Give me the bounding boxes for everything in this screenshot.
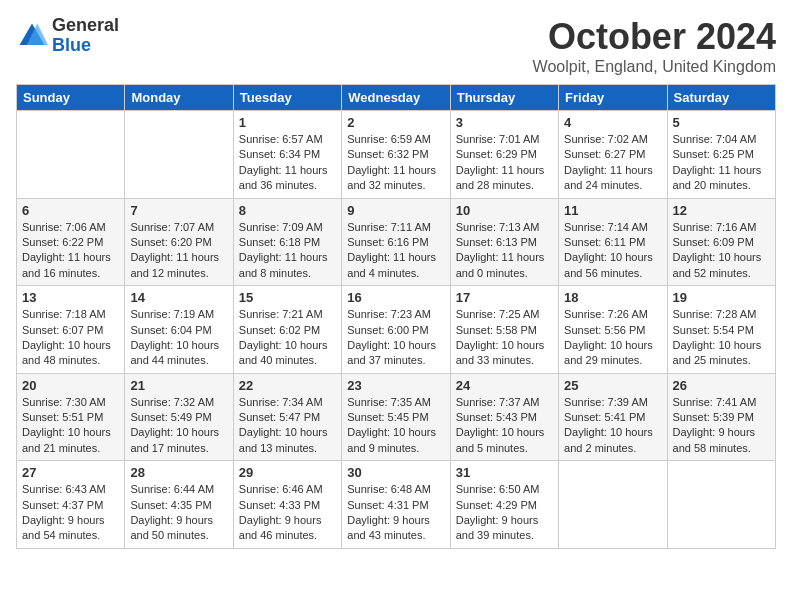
day-number: 5 bbox=[673, 115, 770, 130]
day-number: 22 bbox=[239, 378, 336, 393]
day-number: 7 bbox=[130, 203, 227, 218]
day-number: 8 bbox=[239, 203, 336, 218]
day-cell bbox=[125, 111, 233, 199]
day-cell: 29Sunrise: 6:46 AM Sunset: 4:33 PM Dayli… bbox=[233, 461, 341, 549]
day-header-tuesday: Tuesday bbox=[233, 85, 341, 111]
calendar-body: 1Sunrise: 6:57 AM Sunset: 6:34 PM Daylig… bbox=[17, 111, 776, 549]
day-cell: 13Sunrise: 7:18 AM Sunset: 6:07 PM Dayli… bbox=[17, 286, 125, 374]
day-number: 14 bbox=[130, 290, 227, 305]
day-number: 11 bbox=[564, 203, 661, 218]
day-number: 24 bbox=[456, 378, 553, 393]
day-info: Sunrise: 7:26 AM Sunset: 5:56 PM Dayligh… bbox=[564, 307, 661, 369]
title-area: October 2024 Woolpit, England, United Ki… bbox=[533, 16, 776, 76]
day-info: Sunrise: 7:34 AM Sunset: 5:47 PM Dayligh… bbox=[239, 395, 336, 457]
day-number: 31 bbox=[456, 465, 553, 480]
day-cell: 17Sunrise: 7:25 AM Sunset: 5:58 PM Dayli… bbox=[450, 286, 558, 374]
day-number: 9 bbox=[347, 203, 444, 218]
day-info: Sunrise: 6:50 AM Sunset: 4:29 PM Dayligh… bbox=[456, 482, 553, 544]
day-header-sunday: Sunday bbox=[17, 85, 125, 111]
day-cell: 22Sunrise: 7:34 AM Sunset: 5:47 PM Dayli… bbox=[233, 373, 341, 461]
day-number: 2 bbox=[347, 115, 444, 130]
day-cell: 16Sunrise: 7:23 AM Sunset: 6:00 PM Dayli… bbox=[342, 286, 450, 374]
day-cell: 20Sunrise: 7:30 AM Sunset: 5:51 PM Dayli… bbox=[17, 373, 125, 461]
day-header-thursday: Thursday bbox=[450, 85, 558, 111]
day-cell: 4Sunrise: 7:02 AM Sunset: 6:27 PM Daylig… bbox=[559, 111, 667, 199]
day-info: Sunrise: 7:01 AM Sunset: 6:29 PM Dayligh… bbox=[456, 132, 553, 194]
day-info: Sunrise: 6:44 AM Sunset: 4:35 PM Dayligh… bbox=[130, 482, 227, 544]
day-info: Sunrise: 7:30 AM Sunset: 5:51 PM Dayligh… bbox=[22, 395, 119, 457]
day-number: 19 bbox=[673, 290, 770, 305]
day-cell: 14Sunrise: 7:19 AM Sunset: 6:04 PM Dayli… bbox=[125, 286, 233, 374]
day-cell: 30Sunrise: 6:48 AM Sunset: 4:31 PM Dayli… bbox=[342, 461, 450, 549]
day-cell: 9Sunrise: 7:11 AM Sunset: 6:16 PM Daylig… bbox=[342, 198, 450, 286]
day-info: Sunrise: 7:35 AM Sunset: 5:45 PM Dayligh… bbox=[347, 395, 444, 457]
day-number: 6 bbox=[22, 203, 119, 218]
day-info: Sunrise: 7:28 AM Sunset: 5:54 PM Dayligh… bbox=[673, 307, 770, 369]
week-row-2: 6Sunrise: 7:06 AM Sunset: 6:22 PM Daylig… bbox=[17, 198, 776, 286]
day-cell: 21Sunrise: 7:32 AM Sunset: 5:49 PM Dayli… bbox=[125, 373, 233, 461]
logo-text: General Blue bbox=[52, 16, 119, 56]
location-title: Woolpit, England, United Kingdom bbox=[533, 58, 776, 76]
day-number: 27 bbox=[22, 465, 119, 480]
day-cell bbox=[17, 111, 125, 199]
day-number: 25 bbox=[564, 378, 661, 393]
day-info: Sunrise: 6:46 AM Sunset: 4:33 PM Dayligh… bbox=[239, 482, 336, 544]
calendar-table: SundayMondayTuesdayWednesdayThursdayFrid… bbox=[16, 84, 776, 549]
day-info: Sunrise: 6:59 AM Sunset: 6:32 PM Dayligh… bbox=[347, 132, 444, 194]
logo-blue-text: Blue bbox=[52, 36, 119, 56]
day-info: Sunrise: 7:09 AM Sunset: 6:18 PM Dayligh… bbox=[239, 220, 336, 282]
day-cell: 5Sunrise: 7:04 AM Sunset: 6:25 PM Daylig… bbox=[667, 111, 775, 199]
day-info: Sunrise: 7:25 AM Sunset: 5:58 PM Dayligh… bbox=[456, 307, 553, 369]
day-number: 18 bbox=[564, 290, 661, 305]
day-cell: 23Sunrise: 7:35 AM Sunset: 5:45 PM Dayli… bbox=[342, 373, 450, 461]
logo-icon bbox=[16, 20, 48, 52]
day-cell: 26Sunrise: 7:41 AM Sunset: 5:39 PM Dayli… bbox=[667, 373, 775, 461]
day-header-wednesday: Wednesday bbox=[342, 85, 450, 111]
day-number: 17 bbox=[456, 290, 553, 305]
day-number: 16 bbox=[347, 290, 444, 305]
day-cell: 31Sunrise: 6:50 AM Sunset: 4:29 PM Dayli… bbox=[450, 461, 558, 549]
day-number: 3 bbox=[456, 115, 553, 130]
day-number: 10 bbox=[456, 203, 553, 218]
day-info: Sunrise: 7:13 AM Sunset: 6:13 PM Dayligh… bbox=[456, 220, 553, 282]
day-number: 28 bbox=[130, 465, 227, 480]
day-number: 1 bbox=[239, 115, 336, 130]
day-header-saturday: Saturday bbox=[667, 85, 775, 111]
day-info: Sunrise: 7:18 AM Sunset: 6:07 PM Dayligh… bbox=[22, 307, 119, 369]
day-info: Sunrise: 7:23 AM Sunset: 6:00 PM Dayligh… bbox=[347, 307, 444, 369]
day-cell: 12Sunrise: 7:16 AM Sunset: 6:09 PM Dayli… bbox=[667, 198, 775, 286]
day-info: Sunrise: 7:41 AM Sunset: 5:39 PM Dayligh… bbox=[673, 395, 770, 457]
day-number: 20 bbox=[22, 378, 119, 393]
day-info: Sunrise: 6:48 AM Sunset: 4:31 PM Dayligh… bbox=[347, 482, 444, 544]
day-info: Sunrise: 7:19 AM Sunset: 6:04 PM Dayligh… bbox=[130, 307, 227, 369]
day-info: Sunrise: 7:16 AM Sunset: 6:09 PM Dayligh… bbox=[673, 220, 770, 282]
logo: General Blue bbox=[16, 16, 119, 56]
day-number: 23 bbox=[347, 378, 444, 393]
day-cell: 1Sunrise: 6:57 AM Sunset: 6:34 PM Daylig… bbox=[233, 111, 341, 199]
day-number: 29 bbox=[239, 465, 336, 480]
day-info: Sunrise: 7:14 AM Sunset: 6:11 PM Dayligh… bbox=[564, 220, 661, 282]
day-info: Sunrise: 7:02 AM Sunset: 6:27 PM Dayligh… bbox=[564, 132, 661, 194]
day-info: Sunrise: 7:39 AM Sunset: 5:41 PM Dayligh… bbox=[564, 395, 661, 457]
week-row-5: 27Sunrise: 6:43 AM Sunset: 4:37 PM Dayli… bbox=[17, 461, 776, 549]
day-number: 21 bbox=[130, 378, 227, 393]
day-cell: 2Sunrise: 6:59 AM Sunset: 6:32 PM Daylig… bbox=[342, 111, 450, 199]
day-cell bbox=[559, 461, 667, 549]
day-info: Sunrise: 7:21 AM Sunset: 6:02 PM Dayligh… bbox=[239, 307, 336, 369]
day-number: 4 bbox=[564, 115, 661, 130]
day-info: Sunrise: 7:32 AM Sunset: 5:49 PM Dayligh… bbox=[130, 395, 227, 457]
day-cell: 8Sunrise: 7:09 AM Sunset: 6:18 PM Daylig… bbox=[233, 198, 341, 286]
day-cell: 27Sunrise: 6:43 AM Sunset: 4:37 PM Dayli… bbox=[17, 461, 125, 549]
day-cell: 24Sunrise: 7:37 AM Sunset: 5:43 PM Dayli… bbox=[450, 373, 558, 461]
day-cell: 15Sunrise: 7:21 AM Sunset: 6:02 PM Dayli… bbox=[233, 286, 341, 374]
days-header-row: SundayMondayTuesdayWednesdayThursdayFrid… bbox=[17, 85, 776, 111]
header: General Blue October 2024 Woolpit, Engla… bbox=[16, 16, 776, 76]
day-cell: 3Sunrise: 7:01 AM Sunset: 6:29 PM Daylig… bbox=[450, 111, 558, 199]
day-number: 15 bbox=[239, 290, 336, 305]
day-info: Sunrise: 7:07 AM Sunset: 6:20 PM Dayligh… bbox=[130, 220, 227, 282]
day-cell: 10Sunrise: 7:13 AM Sunset: 6:13 PM Dayli… bbox=[450, 198, 558, 286]
day-number: 30 bbox=[347, 465, 444, 480]
day-info: Sunrise: 7:06 AM Sunset: 6:22 PM Dayligh… bbox=[22, 220, 119, 282]
day-cell: 25Sunrise: 7:39 AM Sunset: 5:41 PM Dayli… bbox=[559, 373, 667, 461]
day-info: Sunrise: 7:04 AM Sunset: 6:25 PM Dayligh… bbox=[673, 132, 770, 194]
